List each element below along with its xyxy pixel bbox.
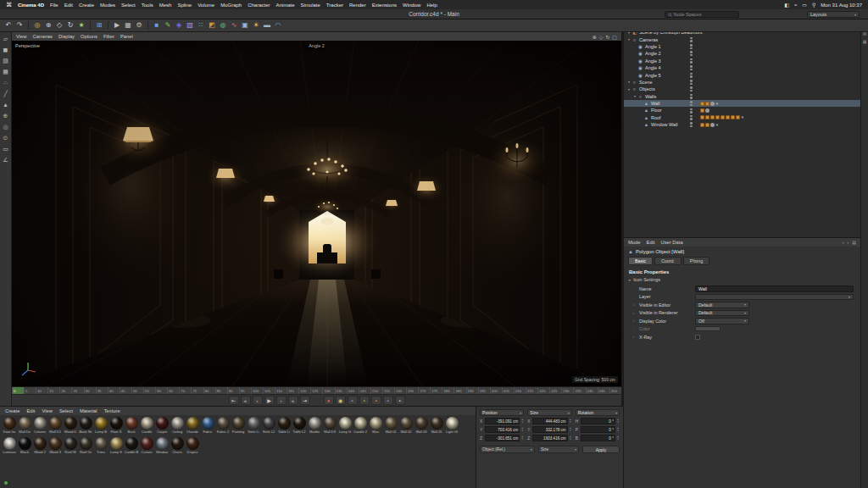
menubar-item-mesh[interactable]: Mesh xyxy=(159,3,172,8)
record-parameter-button[interactable]: ▪ xyxy=(383,396,393,405)
polygons-mode-icon[interactable]: ▲ xyxy=(2,101,10,109)
scale-icon[interactable]: ◇ xyxy=(54,20,64,30)
render-visibility-dot[interactable] xyxy=(690,47,693,50)
render-visibility-dot[interactable] xyxy=(690,40,693,42)
keyframe-dot-icon[interactable]: ○ xyxy=(632,335,639,339)
record-keyframe-button[interactable]: ● xyxy=(324,396,334,405)
tree-item-angle-3[interactable]: ◉Angle 3 xyxy=(624,58,860,64)
attribute-menu-mode[interactable]: Mode xyxy=(628,240,641,245)
material-item-table-l2[interactable]: Table L2 xyxy=(292,417,307,434)
editor-visibility-dot[interactable] xyxy=(690,58,693,61)
viewport-menu-panel[interactable]: Panel xyxy=(120,34,133,39)
am-lock-icon[interactable]: ▤ xyxy=(852,240,856,245)
visibility-dots[interactable] xyxy=(690,51,693,56)
coords-input-position-y[interactable]: 700.416 cm xyxy=(485,426,520,433)
coords-input-size-y[interactable]: 332.178 cm xyxy=(532,426,567,433)
coords-input-size-x[interactable]: 444.483 cm xyxy=(532,418,567,424)
visibility-dots[interactable] xyxy=(690,86,693,92)
menubar-item-simulate[interactable]: Simulate xyxy=(301,3,320,8)
stepper-down-icon[interactable]: ▾ xyxy=(520,438,524,441)
redo-icon[interactable]: ↷ xyxy=(14,20,25,30)
make-editable-icon[interactable]: ▱ xyxy=(2,35,10,43)
play-button[interactable]: ▶ xyxy=(264,396,275,405)
render-visibility-dot[interactable] xyxy=(690,104,693,107)
pan-view-icon[interactable]: ⊕ xyxy=(593,34,597,40)
stepper-down-icon[interactable]: ▾ xyxy=(569,438,572,441)
material-item-roof-gr[interactable]: Roof Gr xyxy=(78,437,93,454)
deformer-icon[interactable]: ∿ xyxy=(229,20,239,30)
next-frame-button[interactable]: › xyxy=(276,396,287,405)
toggle-view-icon[interactable]: ▢ xyxy=(612,34,617,40)
render-visibility-dot[interactable] xyxy=(690,125,693,128)
coords-mode-dropdown[interactable]: Object (Rel.)▾ xyxy=(480,446,535,453)
am-forward-icon[interactable]: › xyxy=(848,240,849,245)
material-item-column[interactable]: Column xyxy=(32,417,47,434)
material-menu-select[interactable]: Select xyxy=(59,408,73,413)
render-visibility-dot[interactable] xyxy=(690,118,693,120)
texture-tag-icon[interactable] xyxy=(731,115,735,119)
phong-tag-icon[interactable] xyxy=(710,102,715,106)
texture-tag-icon[interactable] xyxy=(700,123,704,127)
record-point-level-button[interactable]: ▪ xyxy=(395,396,405,405)
render-visibility-dot[interactable] xyxy=(690,54,693,57)
attr-dropdown-visible-in-renderer[interactable]: Default▾ xyxy=(695,310,749,317)
light-icon[interactable]: ☀ xyxy=(251,20,261,30)
layouts-dropdown[interactable]: Layouts ▾ xyxy=(807,11,860,18)
material-item-fabric[interactable]: Fabric xyxy=(200,417,215,434)
material-item-wall-de[interactable]: Wall De xyxy=(17,417,32,434)
texture-tag-icon[interactable] xyxy=(705,123,709,127)
editor-visibility-dot[interactable] xyxy=(690,101,693,103)
live-selection-icon[interactable]: ◎ xyxy=(32,20,42,30)
material-item-roof-w[interactable]: Roof W xyxy=(63,437,78,454)
viewport-menu-cameras[interactable]: Cameras xyxy=(32,34,53,39)
material-item-wall-01[interactable]: Wall 01 xyxy=(383,417,398,434)
keyframe-dot-icon[interactable]: ○ xyxy=(632,302,639,307)
stepper-down-icon[interactable]: ▾ xyxy=(569,430,572,433)
viewport-canvas[interactable]: Perspective Angle 2 Grid Spacing: 500 cm xyxy=(12,41,621,386)
menubar-item-modes[interactable]: Modes xyxy=(100,3,115,8)
coords-units-dropdown[interactable]: Size▾ xyxy=(538,446,579,453)
material-item-wax[interactable]: Wax xyxy=(368,417,383,434)
rotate-view-icon[interactable]: ↻ xyxy=(605,34,609,40)
tree-item-cameras[interactable]: ▾○Cameras xyxy=(624,36,860,42)
render-visibility-dot[interactable] xyxy=(690,111,693,114)
menubar-item-character[interactable]: Character xyxy=(248,3,270,8)
rotate-icon[interactable]: ↻ xyxy=(65,20,75,30)
menubar-item-render[interactable]: Render xyxy=(349,3,366,8)
viewport-solo-icon[interactable]: ◎ xyxy=(2,123,10,131)
menubar-item-volume[interactable]: Volume xyxy=(198,3,214,8)
material-item-trims[interactable]: Trims xyxy=(93,437,108,454)
attr-color-swatch[interactable] xyxy=(695,326,721,331)
keyframe-dot-icon[interactable]: ○ xyxy=(632,311,639,315)
record-position-button[interactable]: ▪ xyxy=(348,396,358,405)
model-mode-icon[interactable]: ◼ xyxy=(2,46,10,54)
tree-item-roof[interactable]: ▲Roof✕ xyxy=(624,114,860,121)
phong-tag-icon[interactable] xyxy=(705,108,709,113)
editor-visibility-dot[interactable] xyxy=(690,94,693,97)
material-item-wood-3[interactable]: Wood 3 xyxy=(47,437,63,454)
material-item-floor-s[interactable]: Floor S xyxy=(108,417,124,434)
menubar-item-mograph[interactable]: MoGraph xyxy=(220,3,242,8)
visibility-dots[interactable] xyxy=(690,108,693,114)
app-menu[interactable]: Cinema 4D xyxy=(18,3,44,8)
texture-tag-icon[interactable] xyxy=(726,115,730,119)
editor-visibility-dot[interactable] xyxy=(690,51,693,53)
node-spaces-search-field[interactable]: ⚲ Node Spaces xyxy=(665,11,739,18)
undo-icon[interactable]: ↶ xyxy=(3,20,14,30)
material-item-door-fra[interactable]: Door fra xyxy=(2,417,17,434)
edges-mode-icon[interactable]: ╱ xyxy=(2,90,10,98)
material-menu-material[interactable]: Material xyxy=(80,408,97,413)
render-visibility-dot[interactable] xyxy=(690,97,693,99)
attribute-menu-user-data[interactable]: User Data xyxy=(661,240,683,245)
coordinate-system-icon[interactable]: ⊞ xyxy=(94,20,104,30)
visibility-dots[interactable] xyxy=(690,58,693,64)
locked-workplane-icon[interactable]: ▭ xyxy=(2,145,10,153)
tree-item-angle-2[interactable]: ◉Angle 2 xyxy=(624,50,860,57)
coords-input-size-z[interactable]: 1603.416 cm xyxy=(532,435,567,441)
coords-input-rotation-p[interactable]: 0 ° xyxy=(581,426,615,433)
material-item-wall-05[interactable]: Wall 05 xyxy=(429,417,444,434)
material-item-wall-02[interactable]: Wall 02 xyxy=(398,417,414,434)
tree-item-floor[interactable]: ▲Floor xyxy=(624,107,860,114)
editor-visibility-dot[interactable] xyxy=(690,73,693,75)
attr-dropdown-display-color[interactable]: Off▾ xyxy=(695,318,749,324)
